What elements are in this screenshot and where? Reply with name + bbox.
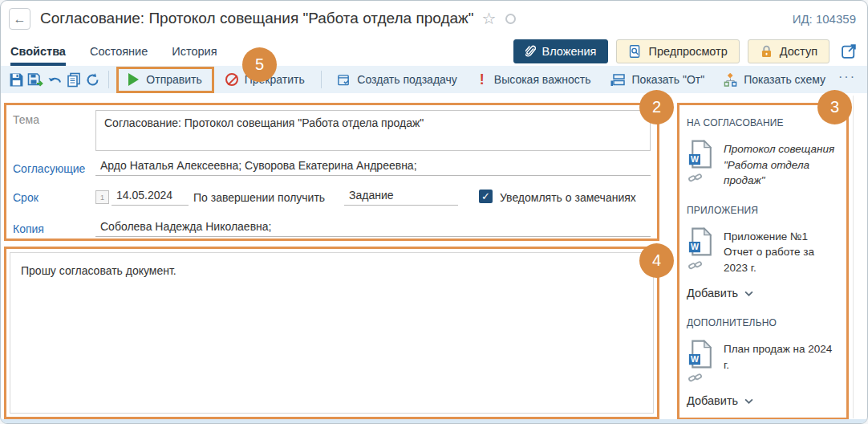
create-subtask-button[interactable]: Создать подзадачу xyxy=(329,68,464,91)
on-completion-label[interactable]: По завершении получить xyxy=(193,191,325,204)
attachment-item[interactable]: W Протокол совещания "Работа отдела прод… xyxy=(687,140,840,189)
back-button[interactable]: ← xyxy=(9,8,30,30)
svg-text:W: W xyxy=(691,355,699,365)
callout-badge-5: 5 xyxy=(242,47,277,82)
create-subtask-label: Создать подзадачу xyxy=(357,73,456,86)
word-doc-icon: W xyxy=(688,227,712,256)
sidebar-section-title: НА СОГЛАСОВАНИЕ xyxy=(687,117,840,128)
toolbar-separator xyxy=(321,71,322,88)
chevron-down-icon xyxy=(744,291,753,296)
notify-label: Уведомлять о замечаниях xyxy=(500,191,636,204)
open-in-window-button[interactable] xyxy=(838,43,858,59)
svg-text:W: W xyxy=(691,154,699,164)
calendar-icon[interactable]: 1 xyxy=(95,190,109,204)
attachments-button[interactable]: Вложения xyxy=(513,39,609,63)
send-label: Отправить xyxy=(146,73,201,86)
show-scheme-button[interactable]: Показать схему xyxy=(716,68,834,91)
callout-badge-4: 4 xyxy=(639,243,674,278)
refresh-icon[interactable] xyxy=(85,69,100,90)
task-card-window: ← Согласование: Протокол совещания "Рабо… xyxy=(0,0,868,424)
svg-text:W: W xyxy=(691,242,699,251)
add-label: Добавить xyxy=(687,394,738,407)
play-icon xyxy=(128,73,139,86)
no-entry-icon xyxy=(225,73,238,86)
high-importance-label: Высокая важность xyxy=(494,73,591,86)
tab-state[interactable]: Состояние xyxy=(90,36,148,66)
on-completion-input[interactable]: Задание xyxy=(344,189,458,206)
chain-link-icon xyxy=(688,372,703,383)
chain-link-icon xyxy=(688,259,703,271)
save-and-close-icon[interactable] xyxy=(27,69,44,90)
callout-badge-2: 2 xyxy=(639,90,674,124)
subject-label: Тема xyxy=(13,113,39,126)
window-bottom-edge xyxy=(1,419,867,423)
lock-icon xyxy=(760,44,773,59)
show-from-button[interactable]: Показать "От" xyxy=(602,68,713,91)
calendar-check-icon xyxy=(337,73,351,87)
external-link-icon xyxy=(841,43,858,59)
attachment-name[interactable]: Приложение №1 Отчет о работе за 2023 г. xyxy=(724,227,840,276)
more-actions-button[interactable]: ··· xyxy=(837,70,859,89)
copy-icon[interactable] xyxy=(66,69,81,90)
add-attachment-button[interactable]: Добавить xyxy=(687,394,840,407)
tab-properties[interactable]: Свойства xyxy=(10,36,66,66)
word-doc-icon: W xyxy=(688,340,712,369)
exclamation-icon: ! xyxy=(477,71,488,88)
attachment-item[interactable]: W План продаж на 2024 г. xyxy=(687,340,840,383)
access-button[interactable]: Доступ xyxy=(748,39,829,63)
paperclip-icon xyxy=(525,45,536,58)
word-doc-icon: W xyxy=(688,140,712,169)
copy-input[interactable]: Соболева Надежда Николаевна; xyxy=(95,220,651,237)
notify-checkbox[interactable]: ✓ xyxy=(479,190,493,203)
org-chart-icon xyxy=(724,73,737,87)
send-button[interactable]: Отправить xyxy=(116,67,213,93)
deadline-input[interactable]: 14.05.2024 xyxy=(112,189,189,206)
add-label: Добавить xyxy=(687,287,738,300)
copy-label[interactable]: Копия xyxy=(13,222,44,235)
sidebar-section-title: ДОПОЛНИТЕЛЬНО xyxy=(687,317,840,328)
attachment-name[interactable]: Протокол совещания "Работа отдела продаж… xyxy=(724,140,840,189)
show-scheme-label: Показать схему xyxy=(744,73,825,86)
attachment-name[interactable]: План продаж на 2024 г. xyxy=(724,340,840,383)
callout-badge-3: 3 xyxy=(817,90,852,124)
show-from-label: Показать "От" xyxy=(632,73,705,86)
page-title: Согласование: Протокол совещания "Работа… xyxy=(40,10,474,27)
sidebar-section-title: ПРИЛОЖЕНИЯ xyxy=(687,205,840,216)
toolbar-separator xyxy=(108,71,109,88)
task-fields-section: Тема Согласование: Протокол совещания "Р… xyxy=(4,103,659,241)
tabs: Свойства Состояние История xyxy=(10,36,217,66)
attachments-sidebar: НА СОГЛАСОВАНИЕ W Протокол совещания "Ра… xyxy=(677,103,849,420)
attachment-item[interactable]: W Приложение №1 Отчет о работе за 2023 г… xyxy=(687,227,840,276)
approvers-label[interactable]: Согласующие xyxy=(13,162,85,175)
header-buttons: Вложения Предпросмотр Доступ xyxy=(513,39,858,63)
list-layout-icon xyxy=(610,73,626,87)
save-icon[interactable] xyxy=(9,69,24,90)
task-body-section: Прошу согласовать документ. xyxy=(4,247,659,419)
attachments-label: Вложения xyxy=(542,45,597,58)
star-icon[interactable]: ☆ xyxy=(482,10,497,26)
deadline-label[interactable]: Срок xyxy=(13,191,39,204)
tab-history[interactable]: История xyxy=(172,36,217,66)
approvers-input[interactable]: Ардо Наталья Алексеевна; Суворова Екатер… xyxy=(95,159,651,176)
chain-link-icon xyxy=(688,172,703,183)
document-magnifier-icon xyxy=(628,44,642,59)
add-attachment-button[interactable]: Добавить xyxy=(687,287,840,300)
preview-button[interactable]: Предпросмотр xyxy=(616,39,739,63)
high-importance-button[interactable]: ! Высокая важность xyxy=(468,68,599,91)
access-label: Доступ xyxy=(780,45,817,58)
chevron-down-icon xyxy=(744,398,753,404)
circle-indicator-icon[interactable] xyxy=(505,14,516,24)
document-id: ИД: 104359 xyxy=(793,12,856,26)
scrollbar-track[interactable] xyxy=(853,96,854,418)
subject-input[interactable]: Согласование: Протокол совещания "Работа… xyxy=(95,110,651,151)
toolbar: Отправить Прекратить Создать подзадачу !… xyxy=(1,66,867,93)
tab-row: Свойства Состояние История Вложения Пред… xyxy=(1,36,867,66)
body-text-input[interactable]: Прошу согласовать документ. xyxy=(10,252,654,414)
preview-label: Предпросмотр xyxy=(648,45,727,58)
undo-icon[interactable] xyxy=(47,69,63,90)
header: ← Согласование: Протокол совещания "Рабо… xyxy=(1,1,867,36)
